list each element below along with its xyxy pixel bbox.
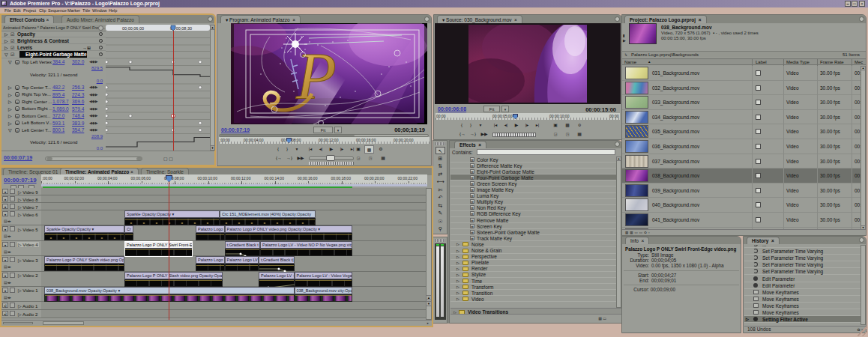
svg-text:00;00;06;00: 00;00;06;00: [122, 26, 144, 31]
